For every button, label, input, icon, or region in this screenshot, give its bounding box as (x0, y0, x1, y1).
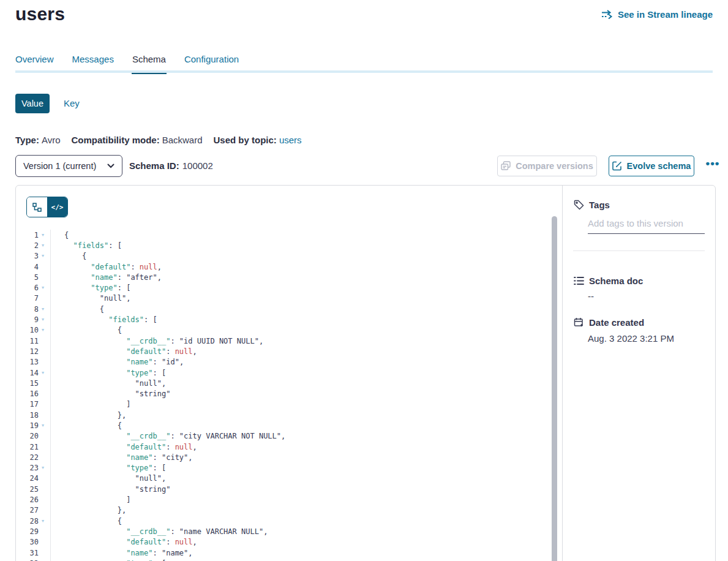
compare-icon (501, 161, 511, 171)
code-pane: </> 1▾{2▾ "fields": [3▾ {4 "default": nu… (16, 186, 562, 561)
fold-arrow-icon[interactable]: ▾ (39, 233, 50, 238)
fold-arrow-icon[interactable]: ▾ (39, 243, 50, 248)
tags-input[interactable]: Add tags to this version (588, 218, 705, 228)
fold-arrow-icon[interactable]: ▾ (39, 317, 50, 322)
line-gutter: 32▾ (16, 558, 51, 561)
code-text: { (51, 305, 104, 314)
version-select[interactable]: Version 1 (current) (15, 155, 122, 177)
code-text: "null", (51, 294, 130, 303)
fold-arrow-icon[interactable]: ▾ (39, 254, 50, 258)
code-text: "null", (51, 379, 166, 388)
code-text: { (51, 231, 69, 239)
code-line: 6▾ "type": [ (16, 282, 550, 293)
fold-arrow-icon[interactable]: ▾ (39, 371, 50, 375)
line-gutter: 22 (16, 452, 51, 462)
code-line: 17 ] (16, 399, 550, 410)
line-gutter: 20 (16, 431, 51, 442)
fold-arrow-icon[interactable]: ▾ (39, 285, 50, 290)
code-line: 1▾{ (16, 230, 550, 240)
line-number: 30 (16, 538, 39, 546)
line-gutter: 5 (16, 272, 51, 282)
line-number: 23 (16, 464, 39, 472)
fold-arrow-icon[interactable]: ▾ (39, 519, 50, 524)
code-line: 29 "__crdb__": "name VARCHAR NULL", (16, 526, 550, 537)
code-line: 14▾ "type": [ (16, 367, 550, 378)
tab-schema[interactable]: Schema (132, 54, 166, 64)
more-options-button[interactable]: ••• (700, 153, 725, 174)
version-select-value: Version 1 (current) (23, 161, 107, 171)
code-text: "__crdb__": "name VARCHAR NULL", (51, 527, 268, 536)
code-text: "__crdb__": "id UUID NOT NULL", (51, 337, 263, 345)
code-text: }, (51, 411, 126, 420)
line-number: 25 (16, 485, 39, 494)
code-text: { (51, 252, 86, 260)
line-number: 31 (16, 549, 39, 557)
tree-view-button[interactable] (27, 197, 47, 217)
line-gutter: 27 (16, 505, 51, 516)
line-gutter: 19▾ (16, 420, 51, 431)
code-view-button[interactable]: </> (47, 197, 67, 217)
code-line: 30 "default": null, (16, 537, 550, 548)
line-number: 17 (16, 400, 39, 409)
evolve-schema-button[interactable]: Evolve schema (609, 156, 694, 176)
schema-id: Schema ID:100002 (129, 160, 213, 171)
line-gutter: 24 (16, 473, 51, 484)
compare-versions-button[interactable]: Compare versions (497, 156, 597, 176)
tab-configuration[interactable]: Configuration (184, 54, 239, 64)
code-text: "default": null, (51, 443, 197, 451)
tags-input-underline (588, 233, 705, 234)
code-text: "string" (51, 485, 170, 494)
line-number: 16 (16, 390, 39, 398)
line-gutter: 10▾ (16, 325, 51, 336)
fold-arrow-icon[interactable]: ▾ (39, 328, 50, 333)
code-text: }, (51, 506, 126, 514)
line-gutter: 14▾ (16, 367, 51, 378)
line-number: 27 (16, 506, 39, 514)
line-number: 7 (16, 294, 39, 303)
stream-lineage-label: See in Stream lineage (618, 9, 713, 20)
code-line: 2▾ "fields": [ (16, 240, 550, 250)
code-text: "name": "name", (51, 549, 193, 557)
code-text: "name": "city", (51, 453, 193, 462)
fold-arrow-icon[interactable]: ▾ (39, 307, 50, 312)
line-number: 13 (16, 358, 39, 366)
key-schema-link[interactable]: Key (64, 98, 80, 108)
schema-doc-header: Schema doc (573, 275, 643, 286)
line-number: 19 (16, 421, 39, 430)
line-number: 10 (16, 326, 39, 334)
code-text: "default": null, (51, 538, 197, 546)
line-gutter: 12 (16, 346, 51, 356)
line-number: 11 (16, 337, 39, 345)
stream-lineage-link[interactable]: See in Stream lineage (601, 9, 713, 20)
fold-arrow-icon[interactable]: ▾ (39, 423, 50, 428)
schema-sidebar: Tags Add tags to this version Schema doc… (562, 186, 715, 561)
code-editor: 1▾{2▾ "fields": [3▾ {4 "default": null,5… (16, 228, 550, 561)
topic-link[interactable]: users (279, 135, 302, 145)
line-gutter: 11 (16, 336, 51, 346)
editor-scrollbar[interactable] (552, 216, 557, 561)
value-schema-button[interactable]: Value (15, 94, 50, 113)
list-icon (573, 275, 584, 286)
tab-messages[interactable]: Messages (72, 54, 114, 64)
code-line: 32▾ "type": [ (16, 558, 550, 561)
line-gutter: 8▾ (16, 304, 51, 314)
edit-icon (612, 161, 622, 171)
code-line: 22 "name": "city", (16, 452, 550, 462)
tab-overview[interactable]: Overview (15, 54, 54, 64)
fold-arrow-icon[interactable]: ▾ (39, 465, 50, 470)
line-gutter: 28▾ (16, 516, 51, 526)
line-number: 8 (16, 305, 39, 314)
line-number: 3 (16, 252, 39, 260)
stream-lineage-icon (601, 10, 614, 19)
code-text: "__crdb__": "city VARCHAR NOT NULL", (51, 432, 285, 440)
page-title: users (15, 4, 65, 24)
code-text: "name": "id", (51, 358, 184, 366)
line-gutter: 7 (16, 293, 51, 304)
line-gutter: 26 (16, 494, 51, 505)
line-gutter: 29 (16, 526, 51, 537)
code-text: "type": [ (51, 284, 130, 292)
line-number: 9 (16, 315, 39, 324)
code-line: 28▾ { (16, 516, 550, 526)
code-text: "type": [ (51, 464, 166, 472)
code-line: 7 "null", (16, 293, 550, 304)
